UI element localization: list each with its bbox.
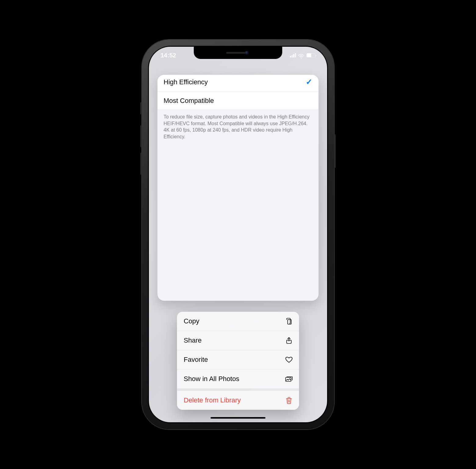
phone-frame: 14:52 High Efficiency ✓ — [142, 40, 334, 429]
option-label: High Efficiency — [164, 78, 208, 86]
menu-item-label: Share — [184, 336, 202, 344]
copy-icon — [285, 317, 293, 325]
status-time: 14:52 — [160, 52, 176, 59]
settings-footer-note: To reduce file size, capture photos and … — [157, 110, 319, 144]
mute-switch[interactable] — [140, 102, 142, 115]
battery-icon — [306, 53, 316, 57]
menu-item-label: Copy — [184, 317, 199, 325]
share-icon — [285, 336, 293, 344]
power-button[interactable] — [334, 134, 336, 168]
photos-stack-icon — [285, 375, 293, 383]
settings-list: High Efficiency ✓ Most Compatible — [157, 75, 319, 110]
screen: 14:52 High Efficiency ✓ — [149, 47, 327, 422]
volume-up-button[interactable] — [140, 125, 142, 147]
volume-down-button[interactable] — [140, 153, 142, 175]
menu-item-show-in-all-photos[interactable]: Show in All Photos — [177, 369, 299, 389]
home-indicator[interactable] — [211, 417, 265, 419]
wifi-icon — [298, 53, 304, 57]
status-indicators — [290, 53, 316, 57]
phone-bezel: 14:52 High Efficiency ✓ — [148, 46, 328, 423]
checkmark-icon: ✓ — [306, 77, 312, 87]
screenshot-preview[interactable]: High Efficiency ✓ Most Compatible To red… — [157, 75, 319, 301]
menu-item-copy[interactable]: Copy — [177, 312, 299, 331]
front-camera-icon — [245, 51, 249, 55]
option-label: Most Compatible — [164, 97, 214, 105]
context-menu: Copy Share Favorite — [177, 312, 299, 410]
cellular-signal-icon — [290, 53, 296, 57]
heart-icon — [285, 356, 293, 364]
menu-item-label: Delete from Library — [184, 396, 241, 404]
option-most-compatible[interactable]: Most Compatible — [157, 92, 319, 110]
menu-item-delete[interactable]: Delete from Library — [177, 389, 299, 410]
notch — [194, 47, 282, 59]
trash-icon — [285, 396, 293, 404]
option-high-efficiency[interactable]: High Efficiency ✓ — [157, 75, 319, 92]
menu-item-share[interactable]: Share — [177, 331, 299, 350]
menu-item-label: Favorite — [184, 356, 208, 364]
earpiece-speaker — [226, 52, 246, 54]
menu-item-label: Show in All Photos — [184, 375, 239, 383]
menu-item-favorite[interactable]: Favorite — [177, 350, 299, 369]
